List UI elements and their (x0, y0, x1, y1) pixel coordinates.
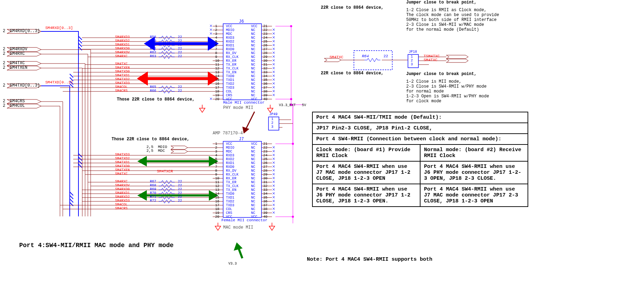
jp17-note: 2-3 Close is SW4-MII w/MAC mode (406, 22, 484, 27)
net-label: SM4TXCR (157, 169, 173, 173)
net-label: SM4TXC (329, 55, 343, 59)
cfg-cell: Port 4 MAC4 SW4-RMII when use J7 MAC mod… (420, 184, 528, 207)
port-page: 2 (3, 103, 5, 108)
svg-point-16 (292, 216, 294, 218)
jp18-note: for normal mode (406, 89, 444, 94)
cfg-row: Port 4 SW4-RMII (Connection between cloc… (312, 134, 528, 144)
svg-marker-37 (446, 55, 468, 59)
svg-rect-10 (268, 117, 279, 130)
jp18-ref: JP18 (409, 50, 417, 54)
jp17-note: The clock mode can be used to provide (406, 13, 499, 17)
red-arrow (139, 74, 216, 83)
port-name: SM4RXC (10, 51, 25, 56)
svg-marker-23 (139, 74, 146, 83)
phy-arrow (243, 112, 255, 133)
res-ref: R64 (362, 54, 369, 58)
port-page: 2 (3, 65, 5, 70)
port-page: 2 (3, 51, 5, 56)
port-name: SM4TXEN (10, 65, 27, 70)
port-page: 2 (3, 47, 5, 52)
port-page: 2 (3, 99, 5, 104)
j7-ref: J7 (239, 137, 244, 142)
svg-point-14 (290, 98, 292, 100)
footnote: Note: Port 4 MAC4 SW4-RMII supports both (307, 257, 432, 262)
port-name: SM4CRS (10, 99, 25, 104)
cfg-cell: Clock mode: (board #1) Provide RMII Cloc… (312, 144, 420, 161)
schematic-page: { "title": "Port 4:SW4-MII/RMII MAC mode… (0, 0, 644, 297)
note: Those 22R close to 8864 device, (112, 137, 189, 142)
note: PHY mode MII (223, 105, 253, 110)
note: AMP 787170-4 (213, 131, 243, 136)
cfg-cell: Normal mode: (board #2) Receive RMII Clo… (420, 144, 528, 161)
port-name: SM4RXDV (10, 47, 27, 52)
jp17-note: 50MHz to both side of RMII interface (406, 17, 497, 22)
rail-label: V3.3 (228, 262, 237, 266)
jp17-note: Jumper close to break point, (406, 0, 477, 5)
svg-marker-35 (171, 150, 188, 153)
svg-marker-34 (171, 146, 188, 149)
green-arrow-1 (139, 158, 216, 165)
net-label: SM4TXC (424, 58, 438, 62)
jp18-note: Jumper close to break point, (406, 72, 477, 76)
svg-line-32 (237, 244, 242, 258)
port-name: SM4TXC (10, 61, 25, 66)
note: Those 22R close to 8864 device, (117, 97, 195, 102)
rail-label: V3.3_EXT (279, 103, 296, 107)
note: 22R close to 8864 device, (321, 5, 384, 10)
config-table: Port 4 MAC4 SW4-MII/TMII mode (Default):… (312, 112, 528, 207)
res-val: 22 (384, 54, 388, 58)
rail-label: 5V (302, 103, 306, 107)
note: MAC mode MII (223, 225, 253, 230)
bus-label: SM4RXD[0..3] (45, 26, 73, 30)
svg-point-13 (290, 25, 292, 27)
cfg-row: JP17 Pin2-3 CLOSE, JP18 Pin1-2 CLOSE, (312, 123, 528, 134)
svg-marker-38 (446, 59, 468, 62)
cfg-cell: Port 4 MAC4 SW4-RMII when use J6 PHY mod… (312, 184, 420, 207)
cfg-cell: Port 4 MAC4 SW4-RMII when use J7 MAC mod… (312, 161, 420, 184)
cfg-row: Port 4 MAC4 SW4-MII/TMII mode (Default): (312, 112, 528, 123)
cfg-cell: Port 4 MAC4 SW4-RMII when use J6 PHY mod… (420, 161, 528, 184)
svg-marker-29 (139, 192, 146, 199)
page-title: Port 4:SW4-MII/RMII MAC mode and PHY mod… (19, 242, 174, 249)
bus-label: SM4TXD[0..3] (45, 80, 73, 84)
jp17-note: for the normal mode (Default) (406, 27, 479, 32)
jp18-note: 1-2-3 Open is SW4-RMII w/PHY mode (406, 94, 489, 99)
port-name: SM4RXD[0..3] (10, 29, 40, 34)
svg-marker-33 (235, 244, 241, 249)
mac-arrow (235, 244, 242, 258)
port-page: 2 (3, 29, 5, 34)
svg-rect-11 (408, 54, 418, 68)
svg-rect-12 (354, 51, 392, 70)
port-page: 2 (3, 61, 5, 66)
svg-marker-31 (243, 127, 248, 133)
port-name: SM4COL (10, 103, 25, 108)
jp18-note: for clock mode (406, 99, 441, 104)
jp18-note: 1-2 Close is MII mode, (406, 79, 461, 84)
port-name: SM4TXD[0..3] (10, 83, 40, 88)
mdc-label: 2,5 MDC (146, 149, 165, 153)
svg-line-30 (244, 112, 255, 133)
jp49-ref: JP49 (269, 112, 278, 116)
note: 22R close to 8864 device, (321, 71, 384, 76)
svg-marker-26 (139, 158, 146, 165)
jp17-note: 1-2 Close is RMII as Clock mode, (406, 8, 486, 13)
svg-point-15 (292, 143, 294, 145)
jp18-note: 2-3 Close is SW4-RMII w/PHY mode (406, 84, 486, 89)
port-page: 2 (3, 83, 5, 88)
j6-ref: J6 (239, 19, 244, 24)
